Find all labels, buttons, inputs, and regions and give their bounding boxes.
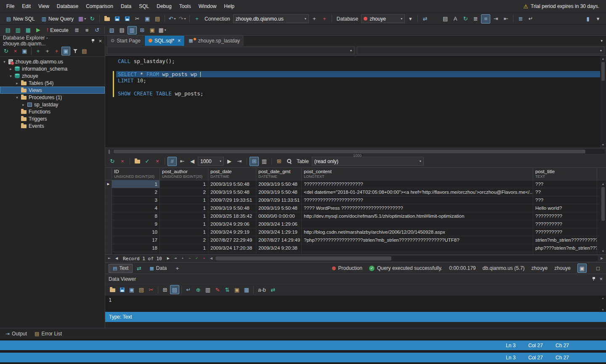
grid-cell[interactable]: 2009/3/24 1:29:19: [256, 228, 302, 236]
word-wrap-button[interactable]: ↵: [184, 285, 193, 294]
add-result-tab-button[interactable]: +: [173, 264, 182, 273]
show-system-objects-toggle[interactable]: ▣: [61, 47, 70, 55]
pin-icon[interactable]: [91, 39, 95, 43]
menu-data[interactable]: Data: [117, 2, 135, 11]
manage-objects-button[interactable]: ▤: [80, 47, 89, 55]
new-connection-button[interactable]: +: [34, 47, 43, 55]
cut-value-button[interactable]: ✂: [146, 285, 156, 294]
code-line-1[interactable]: CALL sp_lastday();: [116, 58, 600, 65]
code-line-3[interactable]: SELECT * FROM wp_posts wp: [116, 71, 600, 78]
change-case-button[interactable]: A: [451, 14, 460, 24]
cut-button[interactable]: ✂: [133, 14, 142, 24]
grid-cell[interactable]: Hello world?: [533, 204, 597, 212]
tree-node-triggers[interactable]: Triggers: [0, 115, 105, 122]
query-options-button[interactable]: ≣: [471, 14, 480, 24]
grid-cell[interactable]: 2009/3/19 5:50:48: [256, 204, 302, 212]
grid-cell[interactable]: 1: [160, 212, 208, 220]
grid-cell[interactable]: 2009/3/24 9:20:38: [256, 244, 302, 252]
stop-refresh-button[interactable]: ×: [11, 47, 20, 55]
column-header-post_content[interactable]: post_contentLONGTEXT: [302, 168, 533, 180]
open-file-button[interactable]: [102, 14, 112, 24]
save-all-button[interactable]: [122, 14, 132, 24]
scroll-up-icon[interactable]: ▲: [602, 56, 605, 61]
stop-execution-button[interactable]: ■: [82, 26, 92, 34]
scroll-down-icon[interactable]: ▼: [602, 142, 605, 147]
close-icon[interactable]: ×: [599, 276, 603, 282]
stop-loading-button[interactable]: ×: [118, 157, 127, 166]
tree-node-information-schema[interactable]: ▸information_schema: [0, 65, 105, 72]
paste-value-button[interactable]: ▤: [137, 285, 146, 294]
new-query-button[interactable]: ▥New Query: [39, 14, 77, 24]
undo-button[interactable]: ↶▾: [167, 14, 177, 24]
next-record-button[interactable]: ▶: [165, 256, 172, 262]
grid-cell[interactable]: 2009/7/29 11:33:51: [256, 196, 302, 204]
tree-expander-icon[interactable]: ▸: [15, 81, 19, 85]
grid-cell[interactable]: 2009/3/24 17:38:52: [208, 252, 256, 254]
splitter-grip[interactable]: ∥: [106, 149, 112, 154]
redo-button[interactable]: ↷▾: [178, 14, 187, 24]
grid-cell[interactable]: 1: [160, 180, 208, 188]
grid-cell[interactable]: 1: [160, 244, 208, 252]
editor-vertical-scrollbar[interactable]: ▲ ▼: [600, 56, 606, 148]
binary-view-button[interactable]: ⊞: [160, 285, 170, 294]
data-viewer-content[interactable]: 1 ▲▼: [105, 295, 606, 312]
aggregates-button[interactable]: ⊞: [274, 157, 284, 166]
database-dropdown-button[interactable]: ▾: [406, 14, 415, 24]
last-record-button[interactable]: ⇥: [172, 256, 179, 262]
fetch-all-button[interactable]: [133, 157, 142, 166]
scroll-down-icon[interactable]: ▼: [602, 248, 605, 253]
grid-cell[interactable]: ??????????: [533, 212, 597, 220]
refresh-intellisense-button[interactable]: ↻: [461, 14, 470, 24]
table-combo[interactable]: (read only)▾: [312, 157, 424, 166]
results-pane-toggle[interactable]: ▥: [128, 26, 137, 34]
chart-designer-button[interactable]: ▣: [148, 26, 157, 34]
close-icon[interactable]: ×: [178, 38, 181, 44]
save-button[interactable]: [112, 14, 122, 24]
layout-split-button[interactable]: □: [593, 264, 603, 273]
tree-node-sp-lastday[interactable]: ▸sp_lastday: [0, 101, 105, 108]
grid-cell[interactable]: 17: [112, 236, 160, 244]
refresh-button[interactable]: ↻: [2, 47, 11, 55]
grid-cell[interactable]: 2009/3/19 5:50:48: [208, 180, 256, 188]
prev-record-button[interactable]: ◀: [113, 256, 120, 262]
tab-start-page[interactable]: ⊙Start Page: [107, 36, 144, 46]
column-header-post_title[interactable]: post_titleTEXT: [533, 168, 597, 180]
row-selector[interactable]: [105, 212, 112, 220]
new-sql-button[interactable]: ▤New SQL: [3, 14, 38, 24]
layout-single-button[interactable]: ▣: [577, 264, 587, 273]
editor-code[interactable]: CALL sp_lastday();SELECT * FROM wp_posts…: [116, 56, 600, 148]
scrollbar-thumb[interactable]: [215, 256, 392, 261]
connection-combo[interactable]: zhouye.db.qianmo.us▾: [233, 14, 309, 23]
grid-cell[interactable]: 2007/8/27 22:29:49: [208, 236, 256, 244]
grid-cell[interactable]: ??????????????????????: [302, 196, 533, 204]
grid-cell[interactable]: ?php??????????????????strlen?mb_strlen??…: [302, 236, 533, 244]
grid-cell[interactable]: ??????????????????????UTF8?: [302, 252, 533, 254]
row-selector[interactable]: [105, 204, 112, 212]
disconnect-button[interactable]: +: [52, 47, 61, 55]
cancel-edit-button[interactable]: ×: [201, 256, 207, 262]
refactor-button[interactable]: ↻: [88, 14, 97, 24]
grid-cell[interactable]: [302, 220, 533, 228]
grid-cell[interactable]: [302, 244, 533, 252]
menu-file[interactable]: File: [3, 2, 18, 11]
grid-cell[interactable]: ??????????: [533, 220, 597, 228]
encoding-button[interactable]: ⊕: [194, 285, 203, 294]
format-sql-button[interactable]: ⇄: [420, 14, 430, 24]
pin-results-button[interactable]: ▤: [3, 26, 13, 34]
paging-toggle[interactable]: #: [167, 157, 177, 166]
grid-cell[interactable]: 2: [160, 188, 208, 196]
switch-view-button[interactable]: ⇄: [134, 264, 144, 273]
search-button[interactable]: [284, 157, 294, 166]
column-header-post_date_gmt[interactable]: post_date_gmtDATETIME: [256, 168, 302, 180]
rollback-button[interactable]: ×: [153, 157, 162, 166]
grid-cell[interactable]: 2009/3/24 9:29:06: [208, 220, 256, 228]
card-view-button[interactable]: ▦: [242, 285, 251, 294]
syntax-check-toggle[interactable]: ≡: [481, 14, 490, 24]
hex-view-button[interactable]: ▥: [203, 285, 213, 294]
grid-cell[interactable]: http://dev.mysql.com/doc/refman/5.1/zh/o…: [302, 212, 533, 220]
commit-button[interactable]: ✓: [143, 157, 152, 166]
menu-database[interactable]: Database: [53, 2, 82, 11]
bookmark-button[interactable]: ▮: [583, 14, 593, 24]
card-view-button[interactable]: ▥: [260, 157, 269, 166]
copy-value-button[interactable]: ▣: [127, 285, 136, 294]
